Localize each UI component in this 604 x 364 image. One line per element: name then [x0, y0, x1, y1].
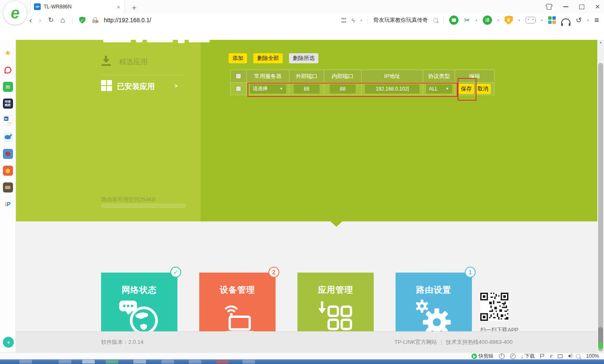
- skin-icon[interactable]: [546, 4, 552, 10]
- game2-art: [5, 169, 10, 173]
- app-grid-icon[interactable]: [341, 18, 346, 23]
- add-app-button[interactable]: ＋: [3, 337, 14, 348]
- footer-links: TP-LINK官方网站 技术支持热线400-8863-400: [394, 332, 513, 353]
- hqwx-app-icon[interactable]: 环球网校: [3, 99, 13, 109]
- scroll-up-icon[interactable]: ▲: [597, 41, 604, 44]
- window-mode-icon[interactable]: [558, 354, 562, 358]
- insecure-lock-icon[interactable]: ×: [92, 17, 97, 23]
- zoom-level[interactable]: 100%: [586, 353, 599, 359]
- delete-all-button[interactable]: 删除全部: [253, 53, 283, 63]
- search-input[interactable]: 骨友玩家教你玩真传奇: [373, 16, 428, 24]
- ie-compat-icon[interactable]: e: [550, 353, 552, 359]
- official-site-link[interactable]: TP-LINK官方网站: [394, 338, 437, 346]
- divider: [367, 16, 368, 24]
- bottom-nav-panel: ✓ 网络状态 2 设备管理: [16, 221, 597, 331]
- page-footer: 软件版本：2.0.14 TP-LINK官方网站 技术支持热线400-8863-4…: [16, 331, 597, 352]
- taskbar-icon[interactable]: [189, 360, 201, 364]
- card-network-status[interactable]: ✓ 网络状态: [101, 273, 177, 341]
- mail-icon[interactable]: ✉: [3, 82, 13, 92]
- flag-icon[interactable]: [540, 354, 544, 359]
- card-device-management[interactable]: 2 设备管理: [199, 273, 276, 341]
- taskbar-icon[interactable]: [133, 360, 146, 364]
- annotation-box-save: [458, 78, 476, 101]
- zoom-search-icon[interactable]: [576, 354, 581, 359]
- row-checkbox[interactable]: [236, 86, 241, 91]
- chevron-down-icon[interactable]: ▾: [587, 18, 589, 22]
- forward-icon[interactable]: ›: [39, 13, 41, 27]
- delete-selected-button[interactable]: 删除所选: [289, 53, 318, 63]
- minimize-button[interactable]: [563, 6, 568, 7]
- window-controls: ×: [546, 0, 600, 13]
- headphones-icon[interactable]: [561, 18, 570, 24]
- taskbar-icon[interactable]: [19, 360, 32, 364]
- taskbar-icon[interactable]: [161, 360, 174, 364]
- address-bar-url[interactable]: http://192.168.0.1/: [104, 17, 151, 23]
- home-icon[interactable]: ⌂: [60, 13, 65, 27]
- speaker-icon[interactable]: [568, 354, 570, 358]
- scrollbar-track[interactable]: [598, 63, 603, 351]
- divider: [441, 339, 442, 345]
- taskbar-icon-active[interactable]: [82, 360, 95, 364]
- new-tab-button[interactable]: ＋: [130, 2, 138, 13]
- whale-app-icon[interactable]: [3, 132, 13, 142]
- boost-rocket-icon[interactable]: [510, 354, 515, 359]
- browser-360-logo[interactable]: e: [3, 1, 27, 25]
- support-hotline: 技术支持热线400-8863-400: [446, 338, 513, 346]
- taskbar-icon[interactable]: [106, 360, 118, 364]
- logo-letter: e: [10, 5, 19, 21]
- card-label: 路由设置: [396, 284, 472, 296]
- envelope-glyph: ✉: [5, 84, 10, 90]
- maximize-button[interactable]: [579, 5, 584, 9]
- game-app-icon-3[interactable]: [3, 182, 13, 192]
- word-doc-icon[interactable]: W: [3, 115, 13, 125]
- reader-extension-icon[interactable]: [449, 16, 458, 25]
- speed-gauge-icon[interactable]: [499, 354, 505, 359]
- sidebar-item-featured-apps[interactable]: 精选应用: [119, 57, 148, 67]
- search-icon[interactable]: [433, 18, 438, 23]
- tab-close-icon[interactable]: ×: [116, 3, 121, 10]
- game-app-icon-1[interactable]: [3, 149, 13, 159]
- card-app-management[interactable]: 应用管理: [297, 273, 374, 341]
- translate-extension-icon[interactable]: 译: [483, 16, 492, 25]
- game-app-icon-2[interactable]: [3, 166, 13, 176]
- quick-clip-tool[interactable]: 快剪辑: [471, 353, 494, 360]
- download-manager[interactable]: ↓ 下载: [521, 353, 535, 360]
- firmware-version: 软件版本：2.0.14: [101, 332, 143, 353]
- browser-tab[interactable]: TP TL-WR886N ×: [30, 0, 125, 13]
- refresh-icon[interactable]: ↻: [48, 13, 54, 27]
- chevron-down-icon[interactable]: ▾: [360, 18, 362, 22]
- card-label: 设备管理: [199, 284, 276, 296]
- hqwx-text: 环球网校: [5, 100, 11, 107]
- chevron-down-icon[interactable]: ▾: [541, 18, 543, 22]
- taskbar-icon[interactable]: [59, 360, 71, 364]
- undo-icon[interactable]: ↺: [576, 16, 582, 25]
- select-all-checkbox[interactable]: [236, 73, 241, 79]
- windows-taskbar-sliver[interactable]: [0, 359, 604, 364]
- chevron-down-icon[interactable]: ▾: [497, 18, 499, 22]
- gamepad-icon[interactable]: [526, 17, 536, 23]
- taskbar-icon[interactable]: [242, 360, 255, 364]
- browser-statusbar: 快剪辑 ↓ 下载 e 100%: [0, 352, 604, 359]
- screenshot-scissors-icon[interactable]: ✂: [464, 16, 470, 25]
- close-button[interactable]: ×: [595, 2, 600, 11]
- menu-icon[interactable]: ≡: [594, 16, 599, 25]
- back-icon[interactable]: ‹: [29, 13, 32, 27]
- chevron-down-icon[interactable]: ▾: [518, 18, 520, 22]
- card-router-settings[interactable]: 1 路由设置: [396, 273, 472, 341]
- add-button[interactable]: 添加: [229, 53, 247, 63]
- page-scrollbar[interactable]: ▲: [597, 40, 604, 352]
- wallet-shield-icon[interactable]: ¥: [505, 16, 513, 25]
- favorites-star-icon[interactable]: ★: [3, 48, 13, 58]
- ipai-app-icon[interactable]: iP: [3, 199, 13, 209]
- chevron-right-icon[interactable]: >: [174, 83, 178, 89]
- cancel-button[interactable]: 取消: [476, 84, 491, 94]
- card-label: 网络状态: [101, 284, 177, 296]
- app-sidebar: 精选应用 已安装应用 > 路由器可用空间254KB: [16, 40, 200, 221]
- weibo-icon[interactable]: [3, 65, 13, 75]
- apps-tiles-icon[interactable]: [548, 16, 556, 24]
- chevron-down-icon[interactable]: ▾: [476, 18, 477, 22]
- safe-shield-icon[interactable]: ✓: [79, 17, 86, 24]
- accelerator-icon[interactable]: ϟ: [351, 17, 355, 24]
- taskbar-icon[interactable]: [216, 360, 229, 364]
- sidebar-item-installed-apps[interactable]: 已安装应用: [117, 81, 155, 91]
